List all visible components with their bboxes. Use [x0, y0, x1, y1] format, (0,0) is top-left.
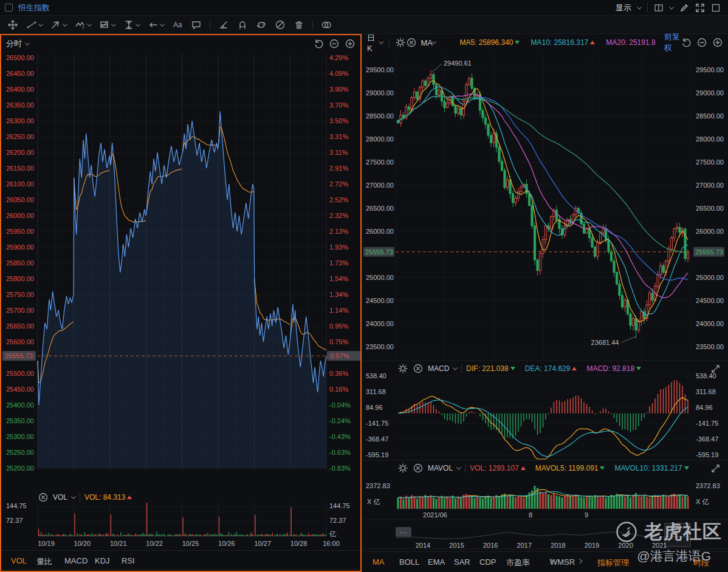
indicator-tab-SAR[interactable]: SAR	[454, 557, 470, 567]
volume-bar	[87, 535, 88, 537]
volume-bar	[204, 534, 204, 536]
arrow-marker-icon[interactable]	[148, 19, 159, 30]
replay-arrows-icon[interactable]	[256, 19, 267, 30]
wave-pattern-tool[interactable]: 3	[75, 19, 91, 30]
turnover-bar	[597, 496, 599, 509]
delete-drawings-icon[interactable]	[294, 19, 304, 30]
volume-bar	[313, 534, 314, 536]
indicator-tab-KDJ[interactable]: KDJ	[95, 556, 110, 565]
price-range-icon[interactable]	[123, 19, 134, 30]
frame-icon[interactable]	[711, 3, 721, 13]
indicator-tab-RSI[interactable]: RSI	[122, 556, 135, 565]
navigator-more-button[interactable]: ...	[396, 527, 411, 537]
remove-indicator-icon[interactable]	[413, 463, 424, 474]
indicator-value[interactable]: VOL: 1293.107	[470, 464, 526, 472]
indicator-name[interactable]: VOL	[53, 493, 67, 502]
angle-tool-tool[interactable]	[218, 19, 229, 30]
chevron-right-icon[interactable]	[577, 559, 582, 563]
settings-gear-icon[interactable]	[397, 363, 408, 374]
indicator-value[interactable]: DIF: 221.038	[466, 364, 515, 373]
layout-columns-icon[interactable]	[654, 3, 664, 13]
volume-bar	[245, 536, 246, 536]
candle-body	[528, 194, 530, 206]
indicator-tab-时段[interactable]: 时段	[693, 557, 709, 568]
volume-bar	[83, 536, 84, 536]
gann-box-icon[interactable]	[99, 19, 110, 30]
note-bubble-tool[interactable]	[191, 19, 202, 30]
volume-bar	[184, 535, 185, 536]
volume-bar	[255, 515, 255, 536]
volume-bar	[100, 534, 101, 536]
volume-bar	[176, 534, 177, 536]
pitchfork-tool[interactable]	[50, 19, 67, 30]
candle-body	[569, 219, 571, 222]
indicator-tab-CDP[interactable]: CDP	[479, 557, 496, 567]
move-crosshair-tool[interactable]	[7, 19, 18, 30]
candle-body	[471, 78, 473, 89]
indicator-tab-MA[interactable]: MA	[373, 557, 385, 567]
candle-body	[455, 106, 456, 113]
text-tool-tool[interactable]: Aa	[172, 19, 183, 30]
gann-box-tool[interactable]	[99, 19, 115, 30]
hide-drawings-icon[interactable]	[275, 19, 286, 30]
delete-drawings-tool[interactable]	[294, 19, 304, 30]
chevron-down-icon	[63, 21, 67, 26]
note-bubble-icon[interactable]	[191, 19, 202, 30]
candle-body	[599, 233, 601, 242]
text-tool-icon[interactable]: Aa	[172, 19, 183, 30]
indicator-tab-MACD[interactable]: MACD	[64, 556, 88, 565]
angle-tool-icon[interactable]	[218, 19, 229, 30]
remove-indicator-icon[interactable]	[413, 363, 424, 374]
wave-pattern-icon[interactable]: 3	[75, 19, 86, 30]
indicator-tab-量比[interactable]: 量比	[36, 556, 52, 567]
price-range-tool[interactable]	[123, 19, 140, 30]
indicator-tab-WMSR[interactable]: WMSR	[550, 557, 575, 567]
trend-line-tool[interactable]	[26, 19, 43, 30]
indicator-tab-VOL[interactable]: VOL	[11, 556, 27, 565]
macd-indicator-header: MACDDIF: 221.038DEA: 174.629MACD: 92.818	[397, 363, 641, 374]
magnet-tool[interactable]	[237, 19, 248, 30]
indicator-value[interactable]: VOL: 84.313	[84, 493, 132, 502]
expand-pane-icon[interactable]	[710, 463, 720, 473]
indicator-value[interactable]: MAVOL10: 1331.217	[614, 464, 689, 472]
hide-drawings-tool[interactable]	[275, 19, 286, 30]
move-crosshair-icon[interactable]	[7, 19, 18, 30]
arrow-marker-tool[interactable]	[148, 19, 164, 30]
pct-tick: 1.73%	[329, 259, 348, 267]
display-menu-button[interactable]: 显示	[616, 2, 631, 13]
symbol-checkbox-icon[interactable]	[5, 4, 13, 12]
volume-bar	[269, 534, 269, 536]
indicator-value[interactable]: DEA: 174.629	[525, 364, 577, 373]
replay-arrows-tool[interactable]	[256, 19, 267, 30]
turnover-bar	[473, 498, 475, 509]
settings-gear-icon[interactable]	[397, 463, 408, 474]
volume-bar	[49, 536, 50, 536]
expand-pane-icon[interactable]	[710, 364, 720, 373]
page-title[interactable]: 恒生指数	[18, 2, 50, 13]
compare-overlay-icon[interactable]	[321, 19, 332, 30]
volume-bar	[256, 536, 256, 536]
magnet-icon[interactable]	[237, 19, 248, 30]
trend-line-icon[interactable]	[26, 19, 37, 30]
indicator-value[interactable]: MAVOL5: 1199.091	[535, 464, 605, 472]
navigator-selection[interactable]	[665, 523, 690, 546]
indicator-value[interactable]: MACD: 92.818	[586, 364, 641, 373]
edit-pencil-icon[interactable]	[679, 3, 689, 13]
indicator-name[interactable]: MACD	[428, 364, 449, 373]
indicator-tab-EMA[interactable]: EMA	[428, 557, 445, 567]
navigator-year-label: 2015	[449, 542, 464, 549]
fullscreen-icon[interactable]	[695, 3, 705, 13]
indicator-tab-指标管理[interactable]: 指标管理	[597, 557, 629, 568]
chevron-down-icon	[160, 21, 165, 26]
candle-body	[539, 253, 541, 270]
remove-indicator-icon[interactable]	[38, 492, 49, 503]
pitchfork-icon[interactable]	[50, 19, 61, 30]
volume-bar	[97, 536, 97, 536]
volume-bar	[153, 534, 153, 536]
indicator-name[interactable]: MAVOL	[428, 464, 453, 472]
daily-k-chart: 29500.0029500.0029000.0029000.0028500.00…	[362, 34, 728, 553]
period-high-label: 29490.61	[444, 60, 472, 67]
compare-overlay-tool[interactable]	[321, 19, 332, 30]
indicator-tab-BOLL[interactable]: BOLL	[399, 557, 419, 567]
indicator-tab-市盈率[interactable]: 市盈率	[506, 557, 530, 568]
